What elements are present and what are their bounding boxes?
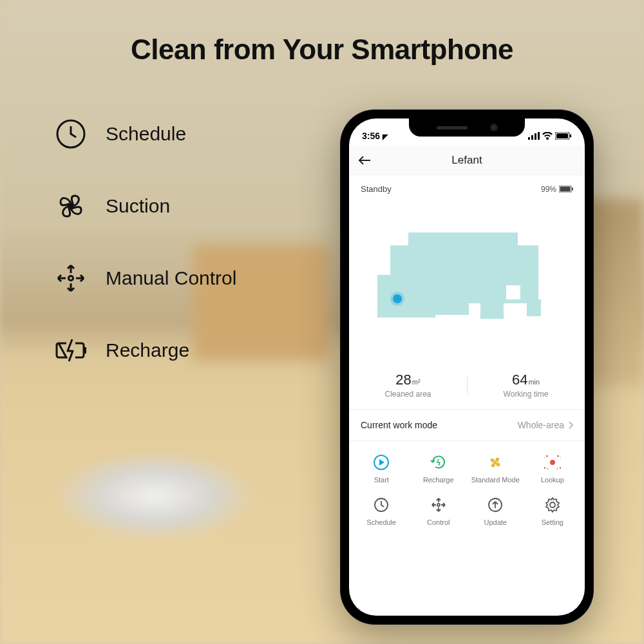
play-icon	[372, 453, 391, 472]
feature-schedule: Schedule	[53, 116, 236, 152]
svg-point-16	[550, 460, 555, 465]
svg-rect-12	[560, 187, 571, 192]
svg-rect-6	[535, 133, 536, 140]
svg-rect-7	[538, 132, 540, 140]
phone-mockup: 3:56 ◤	[340, 109, 594, 625]
clock-icon	[53, 116, 89, 152]
device-status-row: Standby 99%	[349, 175, 585, 198]
arrows-move-icon	[53, 260, 89, 296]
status-time: 3:56 ◤	[362, 131, 388, 141]
svg-rect-13	[572, 187, 573, 191]
stat-cleaned-area: 28m² Cleaned area	[349, 372, 467, 399]
headline: Clean from Your Smartphone	[0, 33, 644, 66]
svg-rect-9	[556, 133, 568, 138]
work-mode-value: Whole-area	[518, 420, 573, 430]
feature-list: Schedule Suction Manual Control	[53, 116, 236, 368]
stat-working-time: 64min Working time	[467, 372, 585, 399]
device-battery: 99%	[541, 185, 573, 194]
fan-icon	[53, 188, 89, 224]
device-status: Standby	[361, 184, 392, 194]
action-standard-mode[interactable]: Standard Mode	[467, 453, 524, 484]
action-recharge[interactable]: Recharge	[410, 453, 468, 484]
room-map[interactable]	[349, 198, 585, 365]
robot-position-dot	[393, 294, 402, 303]
back-button[interactable]	[358, 155, 371, 166]
work-mode-row[interactable]: Current work mode Whole-area	[349, 409, 585, 440]
app-header: Lefant	[349, 146, 585, 175]
fan-small-icon	[486, 453, 505, 472]
battery-icon	[555, 132, 572, 140]
feature-label: Schedule	[106, 123, 186, 145]
action-schedule[interactable]: Schedule	[353, 495, 410, 526]
svg-rect-3	[84, 347, 86, 354]
action-control[interactable]: Control	[410, 495, 468, 526]
svg-rect-4	[528, 137, 530, 140]
svg-rect-5	[531, 135, 533, 140]
work-mode-label: Current work mode	[361, 420, 437, 430]
clock-small-icon	[372, 495, 391, 515]
action-grid: Start Recharge Standard Mode Lookup	[349, 440, 585, 533]
gear-icon	[543, 495, 562, 515]
status-icons	[528, 132, 572, 140]
feature-label: Suction	[106, 195, 170, 217]
move-small-icon	[429, 495, 448, 515]
svg-point-2	[69, 276, 73, 281]
signal-icon	[528, 132, 540, 140]
svg-point-18	[437, 504, 440, 506]
stats-row: 28m² Cleaned area 64min Working time	[349, 365, 585, 409]
feature-suction: Suction	[53, 188, 236, 224]
svg-rect-10	[570, 135, 571, 138]
app-title: Lefant	[451, 154, 482, 167]
action-start[interactable]: Start	[353, 453, 410, 484]
feature-recharge: Recharge	[53, 332, 236, 368]
phone-notch	[409, 118, 525, 137]
recharge-icon	[429, 453, 448, 472]
svg-point-20	[550, 502, 555, 507]
action-update[interactable]: Update	[467, 495, 524, 526]
action-lookup[interactable]: Lookup	[524, 453, 582, 484]
lookup-icon	[543, 453, 562, 472]
phone-screen: 3:56 ◤	[349, 118, 585, 616]
wifi-icon	[542, 132, 553, 140]
update-icon	[486, 495, 505, 515]
chevron-right-icon	[568, 421, 573, 429]
feature-label: Manual Control	[106, 267, 236, 289]
feature-manual-control: Manual Control	[53, 260, 236, 296]
battery-charge-icon	[53, 332, 89, 368]
feature-label: Recharge	[106, 339, 189, 361]
action-setting[interactable]: Setting	[524, 495, 582, 526]
